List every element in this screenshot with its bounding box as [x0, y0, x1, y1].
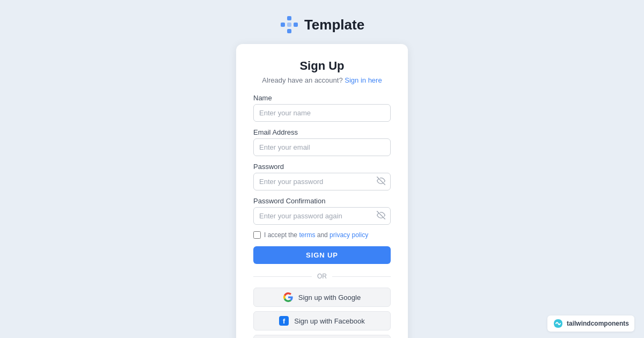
branding-text: tailwindcomponents: [567, 320, 629, 327]
email-field-group: Email Address: [253, 128, 391, 156]
linkedin-signup-button[interactable]: in Sign up with LinkedIn: [253, 335, 391, 338]
name-label: Name: [253, 94, 391, 102]
or-line-right: [332, 276, 391, 277]
card-title: Sign Up: [253, 59, 391, 73]
password-field-group: Password: [253, 163, 391, 190]
page-wrapper: Template Sign Up Already have an account…: [0, 0, 644, 338]
name-input[interactable]: [253, 104, 391, 122]
email-input-wrapper: [253, 138, 391, 156]
password-confirm-input-wrapper: [253, 207, 391, 225]
facebook-icon: f: [279, 316, 289, 326]
or-text: OR: [317, 273, 327, 280]
terms-link[interactable]: terms: [299, 231, 315, 239]
branding-logo-icon: [553, 318, 564, 329]
password-toggle-icon[interactable]: [377, 177, 385, 187]
facebook-signup-label: Sign up with Facebook: [294, 317, 365, 325]
google-signup-button[interactable]: Sign up with Google: [253, 288, 391, 307]
password-confirm-field-group: Password Confirmation: [253, 197, 391, 225]
password-confirm-toggle-icon[interactable]: [377, 211, 385, 222]
svg-rect-4: [287, 23, 291, 27]
name-input-wrapper: [253, 104, 391, 122]
password-label: Password: [253, 163, 391, 171]
signin-link[interactable]: Sign in here: [345, 76, 382, 84]
google-signup-label: Sign up with Google: [298, 293, 361, 302]
svg-rect-2: [287, 29, 291, 33]
terms-checkbox[interactable]: [253, 231, 261, 239]
svg-rect-3: [281, 23, 285, 27]
signup-button[interactable]: SIGN UP: [253, 246, 391, 264]
privacy-policy-link[interactable]: privacy policy: [330, 231, 368, 239]
terms-row: I accept the terms and privacy policy: [253, 231, 391, 239]
password-input-wrapper: [253, 173, 391, 190]
password-confirm-input[interactable]: [253, 207, 391, 225]
or-line-left: [253, 276, 312, 277]
password-confirm-label: Password Confirmation: [253, 197, 391, 205]
logo-area: Template: [280, 15, 364, 34]
svg-rect-0: [287, 16, 291, 20]
google-icon: [283, 292, 293, 302]
svg-rect-1: [294, 23, 298, 27]
signin-prompt: Already have an account? Sign in here: [253, 76, 391, 84]
email-input[interactable]: [253, 138, 391, 156]
logo-icon: [280, 15, 299, 34]
branding-badge: tailwindcomponents: [547, 315, 634, 332]
logo-text: Template: [304, 17, 364, 33]
facebook-signup-button[interactable]: f Sign up with Facebook: [253, 311, 391, 330]
terms-text: I accept the terms and privacy policy: [264, 231, 368, 239]
name-field-group: Name: [253, 94, 391, 122]
signup-card: Sign Up Already have an account? Sign in…: [236, 44, 408, 338]
email-label: Email Address: [253, 128, 391, 136]
or-divider: OR: [253, 273, 391, 280]
password-input[interactable]: [253, 173, 391, 190]
